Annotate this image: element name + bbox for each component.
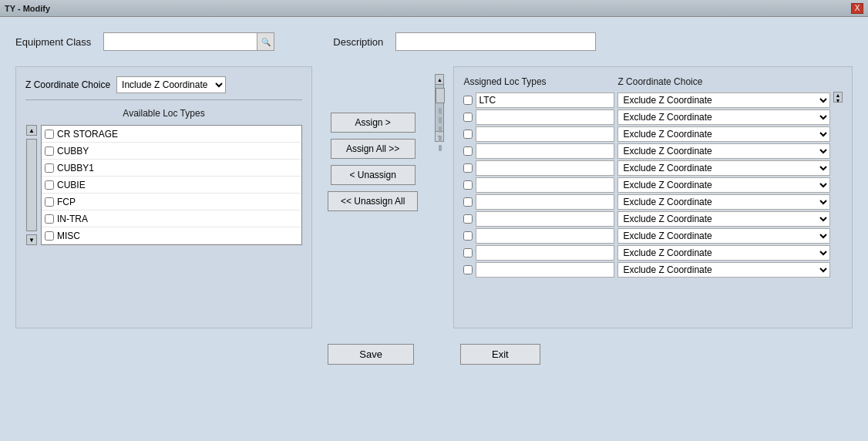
- assigned-row-z-select[interactable]: Exclude Z CoordinateInclude Z Coordinate: [617, 211, 830, 227]
- list-item-checkbox[interactable]: [45, 197, 54, 207]
- assigned-row-z-select[interactable]: Exclude Z CoordinateInclude Z Coordinate: [617, 194, 830, 210]
- assigned-row: Exclude Z CoordinateInclude Z Coordinate: [463, 160, 830, 177]
- top-form-row: Equipment Class PEDESTRIAN 🔍 Description…: [15, 32, 853, 51]
- right-list-area: Exclude Z CoordinateInclude Z Coordinate…: [463, 92, 830, 278]
- list-item-text: CUBBY1: [57, 163, 94, 173]
- list-item-text: CUBIE: [57, 180, 86, 190]
- assigned-row-z-select[interactable]: Exclude Z CoordinateInclude Z Coordinate: [617, 177, 830, 193]
- assigned-row: Exclude Z CoordinateInclude Z Coordinate: [463, 92, 830, 109]
- available-list-container: ▲ ▼ CR STORAGECUBBYCUBBY1CUBIEFCPIN-TRAM…: [25, 125, 302, 245]
- equipment-class-field-group: PEDESTRIAN 🔍: [103, 32, 274, 51]
- list-item[interactable]: MISC: [42, 227, 301, 244]
- assign-button[interactable]: Assign >: [331, 113, 415, 133]
- available-loc-types-title: Available Loc Types: [25, 108, 302, 119]
- list-item[interactable]: CUBBY1: [42, 160, 301, 177]
- assigned-row-z-select[interactable]: Exclude Z CoordinateInclude Z Coordinate: [617, 126, 830, 142]
- list-item-checkbox[interactable]: [45, 231, 54, 241]
- assigned-row-text-field[interactable]: [476, 245, 614, 261]
- list-item-checkbox[interactable]: [45, 180, 54, 190]
- panels-row: Z Coordinate Choice Include Z Coordinate…: [15, 66, 853, 328]
- assigned-row-checkbox[interactable]: [463, 130, 473, 139]
- list-item[interactable]: CUBBY: [42, 143, 301, 160]
- z-coord-label: Z Coordinate Choice: [25, 79, 110, 90]
- window-title: TY - Modify: [5, 4, 50, 13]
- assigned-row-text-field[interactable]: [476, 228, 614, 244]
- assigned-row-z-select[interactable]: Exclude Z CoordinateInclude Z Coordinate: [617, 143, 830, 159]
- assigned-row-text-field[interactable]: [476, 194, 614, 210]
- assigned-row-text-field[interactable]: [476, 160, 614, 176]
- unassign-all-button[interactable]: << Unassign All: [328, 191, 418, 211]
- assigned-row-text-field[interactable]: [476, 211, 614, 227]
- list-item-checkbox[interactable]: [45, 214, 54, 224]
- available-list-box[interactable]: CR STORAGECUBBYCUBBY1CUBIEFCPIN-TRAMISC: [41, 125, 302, 245]
- assigned-row-checkbox[interactable]: [463, 180, 473, 190]
- left-panel: Z Coordinate Choice Include Z Coordinate…: [15, 66, 312, 328]
- assigned-row-text-field[interactable]: [476, 93, 614, 108]
- assigned-row-text-field[interactable]: [476, 126, 614, 142]
- assigned-row-checkbox[interactable]: [463, 146, 473, 156]
- list-item-checkbox[interactable]: [45, 130, 54, 139]
- assigned-row: Exclude Z CoordinateInclude Z Coordinate: [463, 227, 830, 244]
- assigned-row: Exclude Z CoordinateInclude Z Coordinate: [463, 109, 830, 126]
- assigned-row-z-select[interactable]: Exclude Z CoordinateInclude Z Coordinate: [617, 93, 830, 108]
- assigned-row-checkbox[interactable]: [463, 163, 473, 173]
- title-bar: TY - Modify X: [0, 0, 868, 17]
- save-button[interactable]: Save: [328, 344, 414, 365]
- equipment-class-lookup-button[interactable]: 🔍: [257, 32, 274, 51]
- right-panel-header: Assigned Loc Types Z Coordinate Choice: [463, 76, 843, 87]
- right-panel: Assigned Loc Types Z Coordinate Choice E…: [453, 66, 853, 328]
- right-scrollbar[interactable]: ▲ ▼: [833, 92, 843, 103]
- unassign-button[interactable]: < Unassign: [331, 165, 415, 185]
- assigned-row-text-field[interactable]: [476, 143, 614, 159]
- list-item-checkbox[interactable]: [45, 163, 54, 173]
- z-coord-choice-header: Z Coordinate Choice: [617, 76, 843, 87]
- assigned-row: Exclude Z CoordinateInclude Z Coordinate: [463, 261, 830, 278]
- assigned-row: Exclude Z CoordinateInclude Z Coordinate: [463, 194, 830, 210]
- assigned-row: Exclude Z CoordinateInclude Z Coordinate: [463, 177, 830, 194]
- exit-button[interactable]: Exit: [460, 344, 540, 365]
- center-scroll-up[interactable]: ▲: [435, 74, 444, 85]
- left-scroll-arrows: ▲ ▼: [25, 125, 38, 245]
- list-item-text: MISC: [57, 231, 80, 241]
- assigned-row-checkbox[interactable]: [463, 197, 473, 207]
- assigned-loc-types-header: Assigned Loc Types: [463, 76, 617, 87]
- description-label: Description: [333, 36, 383, 48]
- assigned-row-z-select[interactable]: Exclude Z CoordinateInclude Z Coordinate: [617, 228, 830, 244]
- assigned-row-checkbox[interactable]: [463, 96, 473, 105]
- assigned-row-z-select[interactable]: Exclude Z CoordinateInclude Z Coordinate: [617, 109, 830, 125]
- assigned-row-checkbox[interactable]: [463, 231, 473, 241]
- assigned-row-z-select[interactable]: Exclude Z CoordinateInclude Z Coordinate: [617, 262, 830, 278]
- list-item-text: CUBBY: [57, 146, 89, 157]
- list-item-text: CR STORAGE: [57, 129, 118, 140]
- close-button[interactable]: X: [851, 3, 863, 14]
- assigned-row: Exclude Z CoordinateInclude Z Coordinate: [463, 126, 830, 143]
- right-scroll-area: Exclude Z CoordinateInclude Z Coordinate…: [463, 92, 843, 278]
- assign-all-button[interactable]: Assign All >>: [331, 139, 415, 159]
- scroll-down-arrow[interactable]: ▼: [26, 234, 37, 245]
- assigned-row-checkbox[interactable]: [463, 265, 473, 274]
- equipment-class-input[interactable]: PEDESTRIAN: [103, 32, 257, 51]
- list-item[interactable]: FCP: [42, 194, 301, 210]
- scroll-up-arrow[interactable]: ▲: [26, 125, 37, 136]
- assigned-row-z-select[interactable]: Exclude Z CoordinateInclude Z Coordinate: [617, 245, 830, 261]
- list-item-checkbox[interactable]: [45, 146, 54, 156]
- list-item[interactable]: CR STORAGE: [42, 126, 301, 143]
- assigned-row-text-field[interactable]: [476, 177, 614, 193]
- list-item[interactable]: CUBIE: [42, 177, 301, 194]
- center-scrollbar: ▲ ▼: [433, 74, 446, 142]
- list-item-text: IN-TRA: [57, 214, 88, 224]
- assigned-row-checkbox[interactable]: [463, 113, 473, 122]
- assigned-row-checkbox[interactable]: [463, 248, 473, 258]
- assigned-row-checkbox[interactable]: [463, 214, 473, 224]
- assigned-row-text-field[interactable]: [476, 262, 614, 278]
- assigned-row-z-select[interactable]: Exclude Z CoordinateInclude Z Coordinate: [617, 160, 830, 176]
- assigned-row: Exclude Z CoordinateInclude Z Coordinate: [463, 143, 830, 160]
- z-coord-select-left[interactable]: Include Z Coordinate Exclude Z Coordinat…: [116, 76, 226, 93]
- bottom-buttons-row: Save Exit: [15, 344, 853, 365]
- z-coord-row: Z Coordinate Choice Include Z Coordinate…: [25, 76, 302, 93]
- middle-buttons: Assign > Assign All >> < Unassign << Una…: [320, 113, 426, 211]
- description-input[interactable]: PEDESTRIAN: [395, 32, 596, 51]
- assigned-row-text-field[interactable]: [476, 109, 614, 125]
- list-item[interactable]: IN-TRA: [42, 210, 301, 227]
- assigned-row: Exclude Z CoordinateInclude Z Coordinate: [463, 210, 830, 227]
